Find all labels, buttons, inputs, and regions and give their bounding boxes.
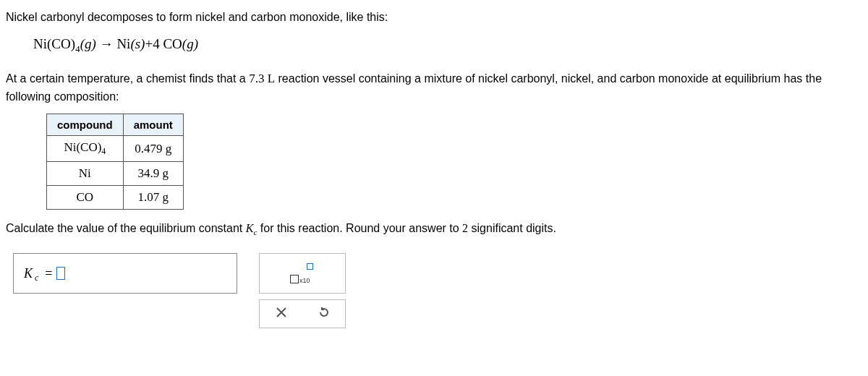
answer-box: Kc =: [13, 253, 237, 294]
tool-panel: x10: [259, 253, 346, 328]
coef: 4: [153, 36, 160, 51]
sci-base-box: [290, 275, 299, 283]
table-row: CO 1.07 g: [47, 186, 184, 210]
intro-text: Nickel carbonyl decomposes to form nicke…: [6, 9, 862, 26]
rhs1: Ni: [116, 36, 130, 51]
lhs-compound: Ni(CO): [33, 36, 75, 51]
rhs2: CO: [163, 36, 182, 51]
prompt-c: significant digits.: [468, 222, 556, 234]
table-row: Ni(CO)4 0.479 g: [47, 135, 184, 161]
amount-cell: 1.07 g: [123, 186, 183, 210]
compound-cell: Ni: [47, 162, 124, 186]
plus: +: [145, 36, 153, 51]
compound-name: CO: [77, 190, 94, 204]
answer-row: Kc = x10: [13, 253, 862, 328]
table-header-row: compound amount: [47, 114, 184, 135]
header-amount: amount: [123, 114, 183, 135]
compound-name: Ni: [79, 166, 91, 180]
composition-table: compound amount Ni(CO)4 0.479 g Ni 34.9 …: [46, 114, 184, 210]
reset-button[interactable]: [318, 306, 331, 322]
amount-cell: 34.9 g: [123, 162, 183, 186]
rhs2-state: (g): [182, 36, 198, 51]
rhs1-state: (s): [130, 36, 145, 51]
prompt-a: Calculate the value of the equilibrium c…: [6, 222, 246, 234]
tool-top-row: x10: [259, 253, 346, 294]
compound-name: Ni(CO): [64, 140, 101, 154]
lhs-state: (g): [80, 36, 96, 51]
answer-equals: =: [45, 266, 52, 281]
answer-ksub: c: [35, 273, 38, 283]
answer-k: K: [24, 266, 33, 281]
sci-x10-label: x10: [299, 277, 310, 284]
x-icon: [275, 306, 288, 319]
answer-input[interactable]: [56, 267, 65, 280]
arrow: →: [100, 36, 114, 51]
compound-sub: 4: [101, 146, 106, 156]
prompt-k: K: [246, 222, 254, 234]
context-text: At a certain temperature, a chemist find…: [6, 69, 862, 106]
context-a: At a certain temperature, a chemist find…: [6, 72, 249, 85]
prompt-sig: 2: [462, 222, 468, 234]
clear-button[interactable]: [275, 306, 288, 322]
context-vol: 7.3 L: [249, 72, 275, 85]
question-prompt: Calculate the value of the equilibrium c…: [6, 220, 862, 239]
header-compound: compound: [47, 114, 124, 135]
reaction-equation: Ni(CO)4(g) → Ni(s)+4 CO(g): [33, 36, 862, 55]
sci-exponent-box: [307, 263, 313, 270]
tool-bottom-row: [259, 299, 346, 328]
compound-cell: CO: [47, 186, 124, 210]
amount-cell: 0.479 g: [123, 135, 183, 161]
scientific-notation-button[interactable]: x10: [290, 263, 315, 283]
prompt-b: for this reaction. Round your answer to: [257, 222, 462, 234]
reset-icon: [318, 306, 331, 319]
table-row: Ni 34.9 g: [47, 162, 184, 186]
lhs-sub: 4: [75, 43, 80, 54]
compound-cell: Ni(CO)4: [47, 135, 124, 161]
